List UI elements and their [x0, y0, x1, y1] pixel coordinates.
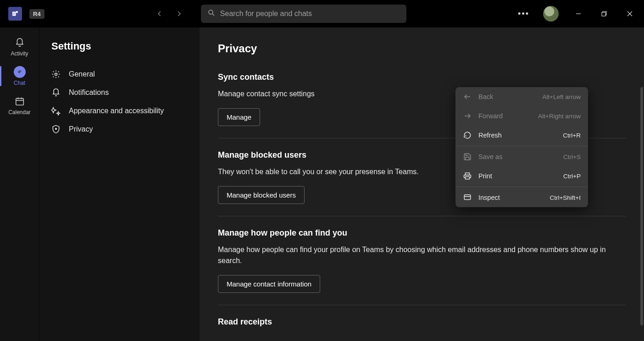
separator [455, 187, 588, 187]
close-button[interactable] [619, 6, 640, 22]
context-shortcut: Alt+Right arrow [538, 113, 581, 120]
chat-icon [14, 66, 26, 78]
svg-rect-10 [16, 99, 23, 105]
separator [455, 146, 588, 146]
app-rail: Activity Chat Calendar [0, 28, 39, 341]
svg-rect-5 [602, 12, 605, 16]
sidebar-title: Settings [51, 40, 190, 52]
context-label: Save as [478, 153, 557, 160]
print-icon [463, 171, 472, 181]
section-read-receipts: Read receipts [218, 317, 626, 341]
context-forward: Forward Alt+Right arrow [455, 106, 588, 126]
page-title: Privacy [218, 42, 626, 55]
sidebar-item-general[interactable]: General [50, 65, 190, 83]
rail-label: Activity [11, 50, 28, 57]
sparkle-icon [51, 106, 61, 116]
app-icon [8, 7, 22, 21]
context-label: Back [478, 93, 536, 100]
rail-item-activity[interactable]: Activity [0, 32, 39, 61]
arrow-right-icon [463, 111, 472, 121]
context-shortcut: Alt+Left arrow [542, 94, 581, 100]
refresh-icon [463, 131, 472, 140]
sidebar-item-privacy[interactable]: Privacy [50, 120, 190, 138]
forward-button[interactable] [171, 6, 187, 22]
context-back: Back Alt+Left arrow [455, 87, 588, 106]
search-bar[interactable] [201, 5, 406, 23]
svg-line-3 [212, 14, 214, 16]
sidebar-item-notifications[interactable]: Notifications [50, 83, 190, 102]
org-badge: R4 [29, 9, 44, 19]
bell-icon [51, 88, 61, 97]
sidebar-item-label: General [69, 70, 95, 78]
svg-rect-20 [464, 195, 471, 200]
sidebar-item-appearance[interactable]: Appearance and accessibility [50, 102, 190, 120]
avatar[interactable] [543, 6, 559, 22]
sidebar-item-label: Notifications [69, 88, 109, 97]
rail-label: Calendar [8, 109, 31, 116]
bell-icon [14, 37, 26, 49]
context-label: Forward [478, 112, 532, 120]
context-shortcut: Ctrl+Shift+I [550, 194, 581, 201]
svg-point-0 [16, 11, 18, 13]
svg-point-2 [209, 10, 213, 14]
arrow-left-icon [463, 92, 472, 101]
manage-sync-button[interactable]: Manage [218, 108, 260, 126]
rail-label: Chat [14, 80, 25, 86]
scrollbar[interactable] [640, 87, 643, 325]
sidebar-item-label: Privacy [69, 125, 93, 133]
section-find-you: Manage how people can find you Manage ho… [218, 228, 626, 306]
svg-rect-1 [12, 12, 16, 16]
context-shortcut: Ctrl+S [563, 154, 581, 160]
search-icon [207, 9, 216, 19]
calendar-icon [14, 95, 26, 107]
context-label: Refresh [478, 132, 556, 139]
rail-item-chat[interactable]: Chat [0, 61, 39, 91]
section-title: Sync contacts [218, 72, 626, 82]
sidebar-item-label: Appearance and accessibility [69, 107, 164, 115]
context-inspect[interactable]: Inspect Ctrl+Shift+I [455, 188, 588, 207]
context-label: Print [478, 172, 557, 180]
svg-point-15 [56, 128, 57, 130]
save-icon [463, 152, 472, 161]
svg-point-14 [55, 73, 57, 76]
section-desc: Manage how people can find your profile … [218, 244, 626, 267]
section-title: Read receipts [218, 317, 626, 327]
manage-contact-info-button[interactable]: Manage contact information [218, 275, 320, 293]
context-menu: Back Alt+Left arrow Forward Alt+Right ar… [455, 87, 588, 207]
minimize-button[interactable] [568, 6, 589, 22]
context-shortcut: Ctrl+R [563, 132, 581, 139]
search-input[interactable] [220, 10, 400, 18]
manage-blocked-button[interactable]: Manage blocked users [218, 186, 305, 204]
inspect-icon [463, 193, 472, 202]
back-button[interactable] [151, 6, 168, 22]
context-refresh[interactable]: Refresh Ctrl+R [455, 126, 588, 145]
rail-item-calendar[interactable]: Calendar [0, 91, 39, 120]
maximize-button[interactable] [594, 6, 615, 22]
context-shortcut: Ctrl+P [563, 173, 581, 180]
context-save-as: Save as Ctrl+S [455, 147, 588, 166]
svg-rect-19 [466, 177, 470, 179]
settings-sidebar: Settings General Notifications Appearanc… [39, 28, 200, 341]
context-print[interactable]: Print Ctrl+P [455, 166, 588, 186]
more-options-button[interactable]: ••• [513, 6, 534, 22]
title-bar: R4 ••• [0, 0, 644, 28]
shield-icon [51, 125, 61, 134]
section-title: Manage how people can find you [218, 228, 626, 238]
context-label: Inspect [478, 194, 543, 201]
gear-icon [51, 70, 61, 79]
